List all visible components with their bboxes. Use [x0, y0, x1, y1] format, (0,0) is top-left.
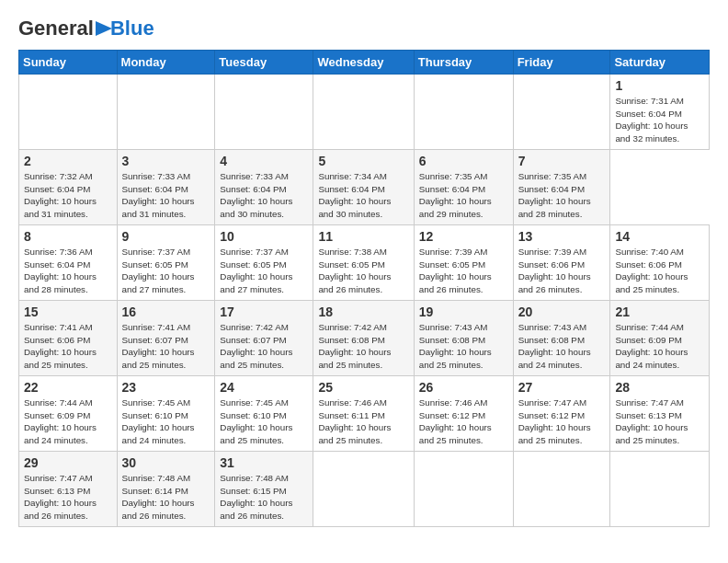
table-row: 31Sunrise: 7:48 AMSunset: 6:15 PMDayligh…	[215, 452, 313, 527]
col-sunday: Sunday	[19, 51, 118, 75]
calendar-week-row: 15Sunrise: 7:41 AMSunset: 6:06 PMDayligh…	[19, 301, 710, 376]
day-number: 11	[318, 229, 408, 244]
calendar-header-row: Sunday Monday Tuesday Wednesday Thursday…	[19, 51, 710, 75]
day-number: 7	[518, 154, 606, 168]
table-row: 30Sunrise: 7:48 AMSunset: 6:14 PMDayligh…	[117, 452, 215, 527]
day-info: Sunrise: 7:35 AMSunset: 6:04 PMDaylight:…	[419, 170, 508, 221]
day-info: Sunrise: 7:35 AMSunset: 6:04 PMDaylight:…	[518, 170, 606, 221]
day-info: Sunrise: 7:40 AMSunset: 6:06 PMDaylight:…	[615, 246, 704, 296]
table-row: 8Sunrise: 7:36 AMSunset: 6:04 PMDaylight…	[19, 225, 118, 301]
day-number: 28	[615, 380, 704, 395]
day-info: Sunrise: 7:38 AMSunset: 6:05 PMDaylight:…	[318, 246, 408, 296]
day-info: Sunrise: 7:33 AMSunset: 6:04 PMDaylight:…	[220, 170, 308, 221]
table-row: 29Sunrise: 7:47 AMSunset: 6:13 PMDayligh…	[19, 452, 118, 527]
page-header: General Blue	[18, 17, 710, 40]
table-row: 12Sunrise: 7:39 AMSunset: 6:05 PMDayligh…	[414, 225, 513, 301]
day-info: Sunrise: 7:43 AMSunset: 6:08 PMDaylight:…	[419, 321, 508, 372]
day-number: 8	[24, 229, 112, 244]
col-saturday: Saturday	[610, 51, 710, 75]
day-number: 21	[615, 304, 704, 319]
table-row: 13Sunrise: 7:39 AMSunset: 6:06 PMDayligh…	[513, 225, 610, 301]
table-row: 7Sunrise: 7:35 AMSunset: 6:04 PMDaylight…	[513, 150, 610, 225]
day-number: 15	[24, 304, 112, 319]
day-info: Sunrise: 7:36 AMSunset: 6:04 PMDaylight:…	[24, 246, 112, 296]
table-row: 27Sunrise: 7:47 AMSunset: 6:12 PMDayligh…	[513, 376, 610, 452]
logo-general: General	[18, 17, 94, 40]
day-number: 2	[24, 154, 112, 168]
table-row: 14Sunrise: 7:40 AMSunset: 6:06 PMDayligh…	[610, 225, 710, 301]
table-row	[414, 452, 513, 527]
col-tuesday: Tuesday	[215, 51, 313, 75]
calendar-page: General Blue Sunday Monday Tuesday Wedne…	[0, 0, 728, 538]
table-row: 11Sunrise: 7:38 AMSunset: 6:05 PMDayligh…	[313, 225, 414, 301]
table-row: 16Sunrise: 7:41 AMSunset: 6:07 PMDayligh…	[117, 301, 215, 376]
table-row: 15Sunrise: 7:41 AMSunset: 6:06 PMDayligh…	[19, 301, 118, 376]
day-number: 29	[24, 455, 112, 470]
calendar-table: Sunday Monday Tuesday Wednesday Thursday…	[18, 50, 710, 527]
day-number: 18	[318, 304, 408, 319]
day-number: 13	[518, 229, 606, 244]
table-row: 2Sunrise: 7:32 AMSunset: 6:04 PMDaylight…	[19, 150, 118, 225]
table-row: 20Sunrise: 7:43 AMSunset: 6:08 PMDayligh…	[513, 301, 610, 376]
day-info: Sunrise: 7:48 AMSunset: 6:15 PMDaylight:…	[220, 472, 308, 523]
day-info: Sunrise: 7:32 AMSunset: 6:04 PMDaylight:…	[24, 170, 112, 221]
table-row: 5Sunrise: 7:34 AMSunset: 6:04 PMDaylight…	[313, 150, 414, 225]
day-info: Sunrise: 7:39 AMSunset: 6:05 PMDaylight:…	[419, 246, 508, 296]
day-number: 16	[122, 304, 210, 319]
day-number: 24	[220, 380, 308, 395]
day-info: Sunrise: 7:34 AMSunset: 6:04 PMDaylight:…	[318, 170, 408, 221]
table-row: 18Sunrise: 7:42 AMSunset: 6:08 PMDayligh…	[313, 301, 414, 376]
day-info: Sunrise: 7:44 AMSunset: 6:09 PMDaylight:…	[24, 396, 112, 447]
day-number: 6	[419, 154, 508, 168]
day-info: Sunrise: 7:46 AMSunset: 6:12 PMDaylight:…	[419, 396, 508, 447]
day-number: 14	[615, 229, 704, 244]
table-row	[513, 75, 610, 150]
table-row: 19Sunrise: 7:43 AMSunset: 6:08 PMDayligh…	[414, 301, 513, 376]
day-number: 1	[615, 78, 704, 93]
table-row: 1Sunrise: 7:31 AMSunset: 6:04 PMDaylight…	[610, 75, 710, 150]
day-info: Sunrise: 7:47 AMSunset: 6:13 PMDaylight:…	[615, 396, 704, 447]
day-info: Sunrise: 7:42 AMSunset: 6:08 PMDaylight:…	[318, 321, 408, 372]
col-wednesday: Wednesday	[313, 51, 414, 75]
day-number: 12	[419, 229, 508, 244]
day-number: 19	[419, 304, 508, 319]
col-monday: Monday	[117, 51, 215, 75]
day-info: Sunrise: 7:45 AMSunset: 6:10 PMDaylight:…	[122, 396, 210, 447]
table-row	[117, 75, 215, 150]
col-thursday: Thursday	[414, 51, 513, 75]
day-info: Sunrise: 7:47 AMSunset: 6:12 PMDaylight:…	[518, 396, 606, 447]
day-info: Sunrise: 7:42 AMSunset: 6:07 PMDaylight:…	[220, 321, 308, 372]
day-info: Sunrise: 7:41 AMSunset: 6:06 PMDaylight:…	[24, 321, 112, 372]
day-number: 23	[122, 380, 210, 395]
day-number: 3	[122, 154, 210, 168]
day-number: 4	[220, 154, 308, 168]
table-row: 4Sunrise: 7:33 AMSunset: 6:04 PMDaylight…	[215, 150, 313, 225]
day-info: Sunrise: 7:44 AMSunset: 6:09 PMDaylight:…	[615, 321, 704, 372]
day-number: 31	[220, 455, 308, 470]
table-row: 21Sunrise: 7:44 AMSunset: 6:09 PMDayligh…	[610, 301, 710, 376]
day-info: Sunrise: 7:45 AMSunset: 6:10 PMDaylight:…	[220, 396, 308, 447]
table-row	[610, 452, 710, 527]
day-number: 30	[122, 455, 210, 470]
table-row	[215, 75, 313, 150]
day-info: Sunrise: 7:43 AMSunset: 6:08 PMDaylight:…	[518, 321, 606, 372]
day-number: 25	[318, 380, 408, 395]
table-row: 6Sunrise: 7:35 AMSunset: 6:04 PMDaylight…	[414, 150, 513, 225]
table-row: 22Sunrise: 7:44 AMSunset: 6:09 PMDayligh…	[19, 376, 118, 452]
day-info: Sunrise: 7:37 AMSunset: 6:05 PMDaylight:…	[122, 246, 210, 296]
logo-blue: Blue	[110, 17, 154, 40]
calendar-week-row: 29Sunrise: 7:47 AMSunset: 6:13 PMDayligh…	[19, 452, 710, 527]
logo-blue-block: Blue	[110, 17, 154, 40]
day-number: 9	[122, 229, 210, 244]
table-row: 9Sunrise: 7:37 AMSunset: 6:05 PMDaylight…	[117, 225, 215, 301]
table-row	[313, 75, 414, 150]
day-info: Sunrise: 7:46 AMSunset: 6:11 PMDaylight:…	[318, 396, 408, 447]
table-row	[19, 75, 118, 150]
table-row: 25Sunrise: 7:46 AMSunset: 6:11 PMDayligh…	[313, 376, 414, 452]
day-number: 17	[220, 304, 308, 319]
table-row: 26Sunrise: 7:46 AMSunset: 6:12 PMDayligh…	[414, 376, 513, 452]
day-info: Sunrise: 7:37 AMSunset: 6:05 PMDaylight:…	[220, 246, 308, 296]
table-row: 17Sunrise: 7:42 AMSunset: 6:07 PMDayligh…	[215, 301, 313, 376]
day-number: 26	[419, 380, 508, 395]
table-row: 23Sunrise: 7:45 AMSunset: 6:10 PMDayligh…	[117, 376, 215, 452]
